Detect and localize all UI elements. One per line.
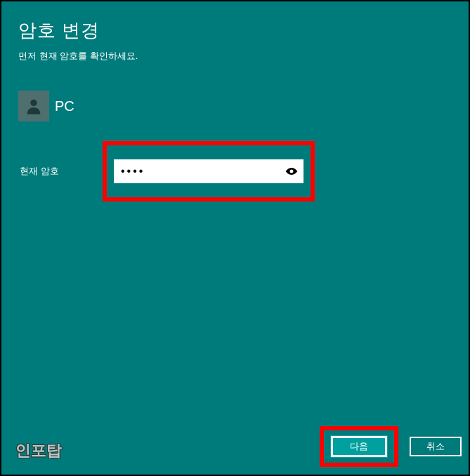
current-password-label: 현재 암호	[18, 165, 103, 178]
current-password-input[interactable]	[114, 159, 280, 183]
svg-point-0	[30, 100, 37, 106]
page-subtitle: 먼저 현재 암호를 확인하세요.	[18, 50, 452, 62]
next-button-highlight-annotation: 다음	[320, 426, 398, 467]
cancel-button[interactable]: 취소	[410, 437, 462, 456]
user-info: PC	[18, 91, 452, 121]
input-highlight-annotation	[103, 141, 315, 201]
reveal-password-button[interactable]	[280, 159, 303, 183]
password-field-container	[114, 159, 303, 183]
avatar	[18, 91, 49, 121]
next-button[interactable]: 다음	[331, 436, 387, 457]
watermark-text: 인포탑	[8, 440, 62, 461]
user-icon	[24, 96, 44, 116]
eye-icon	[285, 166, 299, 176]
username-label: PC	[55, 98, 74, 114]
page-title: 암호 변경	[18, 18, 452, 43]
